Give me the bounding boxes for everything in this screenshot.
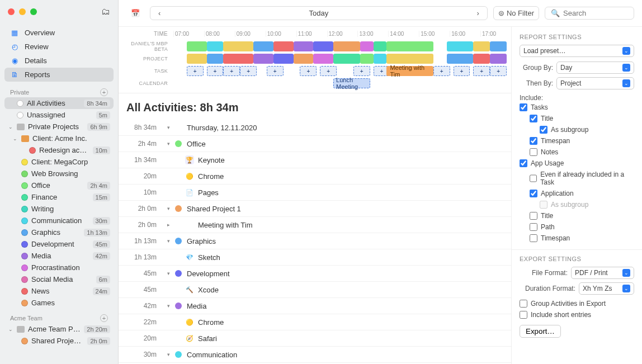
- timeline-canvas[interactable]: [173, 53, 507, 65]
- activity-segment[interactable]: [447, 41, 474, 51]
- tree-item-sharedProject1[interactable]: Shared Project 12h 0m: [4, 335, 114, 347]
- timeline-canvas[interactable]: [173, 40, 507, 53]
- search-field[interactable]: 🔍: [545, 7, 634, 20]
- load-preset-select[interactable]: Load preset…⌄: [520, 45, 634, 57]
- add-task-slot[interactable]: +: [223, 66, 240, 76]
- add-task-slot[interactable]: +: [207, 66, 224, 76]
- report-row[interactable]: 22m🟡Chrome: [119, 314, 511, 330]
- tasks-checkbox[interactable]: [520, 103, 527, 111]
- timespan-checkbox[interactable]: [530, 137, 537, 145]
- report-row[interactable]: 1h 34m🏆Keynote: [119, 152, 511, 168]
- thenby-select[interactable]: Project⌄: [556, 77, 634, 89]
- activity-segment[interactable]: [253, 54, 273, 64]
- report-row[interactable]: 30m▾Communication: [119, 347, 511, 363]
- tree-item-unassigned[interactable]: Unassigned5m: [4, 109, 114, 121]
- activity-segment[interactable]: [313, 54, 333, 64]
- activity-segment[interactable]: [223, 54, 253, 64]
- timespan2-checkbox[interactable]: [530, 234, 537, 242]
- report-row[interactable]: 10m📄Pages: [119, 185, 511, 201]
- activity-segment[interactable]: [273, 54, 294, 64]
- evenif-checkbox[interactable]: [530, 174, 537, 182]
- calendar-event[interactable]: Lunch Meeting: [333, 78, 370, 88]
- groupby-select[interactable]: Day⌄: [556, 62, 634, 74]
- activity-segment[interactable]: [223, 41, 253, 51]
- add-button-icon[interactable]: +: [100, 314, 108, 322]
- add-task-slot[interactable]: +: [267, 66, 284, 76]
- nav-reports[interactable]: 🗎Reports: [4, 68, 114, 82]
- activity-segment[interactable]: [187, 41, 207, 51]
- activity-segment[interactable]: [333, 41, 360, 51]
- add-task-slot[interactable]: +: [454, 66, 470, 76]
- tree-item-office[interactable]: Office2h 4m: [4, 179, 114, 191]
- minimize-window-icon[interactable]: [19, 8, 26, 15]
- add-task-slot[interactable]: +: [473, 66, 490, 76]
- close-window-icon[interactable]: [8, 8, 15, 15]
- tree-item-news[interactable]: News24m: [4, 285, 114, 297]
- activity-segment[interactable]: [294, 41, 314, 51]
- activity-segment[interactable]: [490, 54, 507, 64]
- add-button-icon[interactable]: +: [100, 88, 108, 96]
- timeline-canvas[interactable]: Lunch Meeting: [173, 77, 507, 89]
- nav-details[interactable]: ◉Details: [4, 54, 114, 68]
- report-row[interactable]: 8h 34m▾Thursday, 12.11.2020: [119, 120, 511, 136]
- tree-item-clientAcme[interactable]: ⌄Client: Acme Inc.: [4, 133, 114, 144]
- add-task-slot[interactable]: +: [433, 66, 450, 76]
- tree-item-privateProjects[interactable]: ⌄Private Projects6h 9m: [4, 121, 114, 133]
- activity-segment[interactable]: [333, 54, 360, 64]
- disclosure-icon[interactable]: ▸: [163, 222, 173, 228]
- today-label[interactable]: Today: [168, 7, 469, 20]
- notes-checkbox[interactable]: [530, 148, 537, 156]
- report-row[interactable]: 42m▾Media: [119, 298, 511, 314]
- disclosure-icon[interactable]: ▾: [163, 303, 173, 309]
- title2-checkbox[interactable]: [530, 212, 537, 220]
- tree-item-webBrowsing[interactable]: Web Browsing: [4, 168, 114, 179]
- disclosure-icon[interactable]: ▾: [163, 206, 173, 211]
- activity-segment[interactable]: [273, 41, 294, 51]
- calendar-add-icon[interactable]: 📅: [126, 7, 144, 20]
- tree-item-clientMega[interactable]: Client: MegaCorp: [4, 156, 114, 168]
- activity-segment[interactable]: [313, 41, 333, 51]
- disclosure-icon[interactable]: ▾: [163, 141, 173, 146]
- report-row[interactable]: 45m▾Development: [119, 266, 511, 282]
- disclosure-icon[interactable]: ▾: [163, 238, 173, 244]
- report-row[interactable]: 2h 0m▾Shared Project 1: [119, 201, 511, 217]
- tree-item-allActivities[interactable]: All Activities8h 34m: [4, 97, 114, 109]
- report-row[interactable]: 1h 13m💎Sketch: [119, 249, 511, 266]
- nav-review[interactable]: ◴Review: [4, 40, 114, 54]
- add-task-slot[interactable]: +: [187, 66, 204, 76]
- report-row[interactable]: 20m🧭Safari: [119, 330, 511, 347]
- report-row[interactable]: 45m🔨Xcode: [119, 282, 511, 298]
- add-task-slot[interactable]: +: [353, 66, 370, 76]
- activity-segment[interactable]: [187, 54, 207, 64]
- disclosure-icon[interactable]: ▾: [163, 352, 173, 357]
- title-checkbox[interactable]: [530, 115, 537, 122]
- tree-item-redesign[interactable]: Redesign acme.com10m: [4, 144, 114, 156]
- fileformat-select[interactable]: PDF / Print⌄: [571, 267, 634, 279]
- activity-segment[interactable]: [490, 41, 507, 51]
- tree-item-socialMedia[interactable]: Social Media6m: [4, 273, 114, 285]
- appusage-checkbox[interactable]: [520, 159, 527, 167]
- export-button[interactable]: Export…: [520, 325, 561, 338]
- include-short-checkbox[interactable]: [520, 311, 527, 319]
- tree-item-writing[interactable]: Writing: [4, 203, 114, 215]
- search-input[interactable]: [563, 9, 642, 17]
- tree-item-development[interactable]: Development45m: [4, 238, 114, 250]
- folder-icon[interactable]: 🗂: [101, 7, 110, 17]
- activity-segment[interactable]: [374, 54, 387, 64]
- report-row[interactable]: 20m🟡Chrome: [119, 168, 511, 185]
- report-row[interactable]: 2h 0m▸Meeting with Tim: [119, 217, 511, 233]
- path-checkbox[interactable]: [530, 223, 537, 231]
- tree-item-acmeProjects[interactable]: ⌄Acme Team Projects2h 20m: [4, 323, 114, 335]
- activity-segment[interactable]: [253, 41, 273, 51]
- next-day-button[interactable]: ›: [469, 7, 487, 20]
- activity-segment[interactable]: [473, 41, 490, 51]
- activity-segment[interactable]: [207, 54, 224, 64]
- activity-segment[interactable]: [374, 41, 387, 51]
- tree-item-graphics[interactable]: Graphics1h 13m: [4, 226, 114, 238]
- report-row[interactable]: 1h 13m▾Graphics: [119, 233, 511, 249]
- add-task-slot[interactable]: +: [300, 66, 317, 76]
- activity-segment[interactable]: [386, 54, 433, 64]
- task-meeting[interactable]: Meeting with Tim: [386, 66, 433, 76]
- activity-segment[interactable]: [207, 41, 224, 51]
- tree-item-games[interactable]: Games: [4, 297, 114, 309]
